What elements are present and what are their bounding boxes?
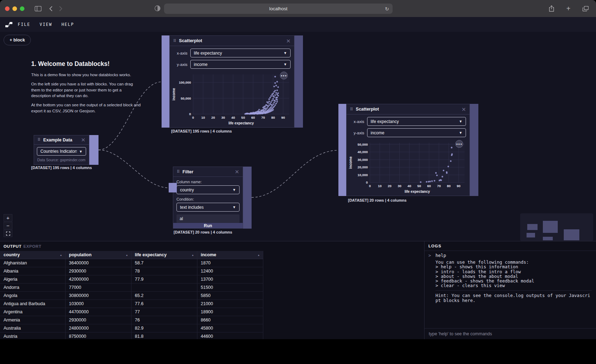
node-header[interactable]: ⠿ Scatterplot ✕ <box>170 36 294 46</box>
sidebar-toggle-icon[interactable] <box>33 4 43 13</box>
x-axis-select[interactable]: life expectancy ▼ <box>367 117 466 126</box>
tab-output[interactable]: OUTPUT <box>4 244 22 248</box>
drag-handle-icon[interactable]: ⠿ <box>350 107 353 111</box>
svg-text:0: 0 <box>369 184 371 188</box>
node-header[interactable]: ⠿ Example Data ✕ <box>34 135 89 145</box>
table-row[interactable]: Albania29300007812400 <box>0 267 263 275</box>
tab-export[interactable]: EXPORT <box>23 244 41 248</box>
column-header[interactable]: income▲ <box>197 251 263 259</box>
table-cell: 44600 <box>197 332 263 339</box>
output-handle[interactable] <box>294 35 303 128</box>
table-row[interactable]: Angola3080000065.25850 <box>0 291 263 299</box>
chart-options-icon[interactable]: ●●● <box>280 72 288 79</box>
tab-overview-icon[interactable] <box>580 4 590 13</box>
edge-exampledata-filter <box>99 150 169 188</box>
log-entry: > help <box>428 253 592 260</box>
y-axis-select[interactable]: income ▼ <box>367 128 466 137</box>
column-header[interactable]: population▲ <box>65 251 131 259</box>
node-example-data[interactable]: ⠿ Example Data ✕ Countries Indicators ▼ … <box>34 135 99 165</box>
back-icon[interactable] <box>46 4 56 13</box>
fit-view-button[interactable] <box>4 230 12 237</box>
y-axis-select[interactable]: income ▼ <box>190 60 291 69</box>
close-icon[interactable]: ✕ <box>81 137 85 142</box>
chart-options-icon[interactable]: ●●● <box>455 140 463 148</box>
zoom-in-button[interactable]: + <box>4 214 12 222</box>
output-handle[interactable] <box>243 167 252 229</box>
svg-text:20: 20 <box>388 184 392 188</box>
add-block-button[interactable]: + block <box>4 35 31 45</box>
filter-value-input[interactable] <box>176 214 240 223</box>
svg-text:90: 90 <box>281 116 285 119</box>
x-axis-select[interactable]: life expectancy ▼ <box>190 49 291 57</box>
table-row[interactable]: Algeria4200000077.913700 <box>0 275 263 283</box>
sort-asc-icon[interactable]: ▲ <box>60 254 62 256</box>
table-cell: Australia <box>0 324 65 332</box>
run-button[interactable]: Run <box>173 223 243 228</box>
fullscreen-window-button[interactable] <box>20 6 24 11</box>
new-tab-icon[interactable]: + <box>563 4 573 13</box>
data-source-note: Data Source: gapminder.com <box>37 158 86 162</box>
close-icon[interactable]: ✕ <box>286 38 291 44</box>
node-title: Scatterplot <box>356 107 461 112</box>
reload-icon[interactable]: ↻ <box>385 6 389 12</box>
close-window-button[interactable] <box>5 6 10 11</box>
zoom-out-button[interactable]: − <box>4 222 12 229</box>
table-row[interactable]: Andorra7700051500 <box>0 283 263 291</box>
node-filter[interactable]: ⠿ Filter ✕ Column name: country ▼ Condit… <box>173 167 252 229</box>
table-row[interactable]: Argentina447000007718900 <box>0 308 263 316</box>
node-header[interactable]: ⠿ Filter ✕ <box>173 167 243 177</box>
svg-text:50: 50 <box>417 184 421 188</box>
table-cell <box>131 283 197 291</box>
table-cell: 77 <box>131 308 197 316</box>
minimap[interactable] <box>520 213 593 241</box>
svg-text:30,000: 30,000 <box>358 158 368 162</box>
column-select[interactable]: country ▼ <box>176 185 240 194</box>
close-icon[interactable]: ✕ <box>461 107 466 112</box>
table-row[interactable]: Afghanistan3640000058.71870 <box>0 259 263 267</box>
share-icon[interactable] <box>546 4 556 13</box>
drag-handle-icon[interactable]: ⠿ <box>177 170 180 174</box>
drag-handle-icon[interactable]: ⠿ <box>38 138 40 142</box>
table-cell: Armenia <box>0 316 65 324</box>
node-scatterplot-2[interactable]: ⠿ Scatterplot ✕ x-axis life expectancy ▼… <box>338 104 478 196</box>
menu-view[interactable]: VIEW <box>40 22 52 27</box>
output-handle[interactable] <box>89 135 99 165</box>
app-menubar: FILE VIEW HELP <box>0 17 596 32</box>
logs-command-input[interactable] <box>424 331 596 336</box>
url-bar[interactable]: localhost ↻ <box>164 4 393 14</box>
svg-text:100,000: 100,000 <box>179 80 191 84</box>
node-header[interactable]: ⠿ Scatterplot ✕ <box>347 104 470 114</box>
minimize-window-button[interactable] <box>12 6 17 11</box>
output-handle[interactable] <box>470 104 478 196</box>
chevron-down-icon: ▼ <box>459 131 462 135</box>
table-row[interactable]: Austria875000081.844600 <box>0 332 263 339</box>
table-row[interactable]: Armenia2930000768660 <box>0 316 263 324</box>
node-scatterplot-1[interactable]: ⠿ Scatterplot ✕ x-axis life expectancy ▼… <box>162 35 303 128</box>
table-row[interactable]: Antigua and Barbuda10300077.621000 <box>0 299 263 308</box>
table-cell: 78 <box>131 267 197 275</box>
input-handle[interactable] <box>169 183 177 192</box>
dataset-caption: [DATASET] 195 rows | 4 columns <box>31 166 92 170</box>
log-hint: Hint: You can see the console.log output… <box>435 293 592 302</box>
menu-help[interactable]: HELP <box>61 22 74 27</box>
column-header[interactable]: life expectancy▲ <box>131 251 197 259</box>
condition-select[interactable]: text includes ▼ <box>176 203 240 212</box>
close-icon[interactable]: ✕ <box>235 169 239 174</box>
column-header[interactable]: country▲ <box>0 251 65 259</box>
table-cell: 30800000 <box>65 291 131 299</box>
dataset-select[interactable]: Countries Indicators ▼ <box>37 147 86 156</box>
svg-text:0: 0 <box>192 116 194 119</box>
forward-icon[interactable] <box>56 4 66 13</box>
input-handle[interactable] <box>162 35 169 128</box>
menu-file[interactable]: FILE <box>18 22 30 27</box>
browser-window: localhost ↻ + FILE VIEW HELP + block <box>0 0 596 339</box>
drag-handle-icon[interactable]: ⠿ <box>173 39 176 43</box>
table-row[interactable]: Australia2480000082.945800 <box>0 324 263 332</box>
input-handle[interactable] <box>338 104 346 196</box>
sort-asc-icon[interactable]: ▲ <box>258 254 260 256</box>
svg-text:90: 90 <box>457 184 461 188</box>
table-cell: 81.8 <box>131 332 197 339</box>
sort-asc-icon[interactable]: ▲ <box>126 254 128 256</box>
sort-asc-icon[interactable]: ▲ <box>192 254 194 256</box>
flow-canvas[interactable]: + block 1. Welcome to Datablocks! This i… <box>0 32 596 241</box>
